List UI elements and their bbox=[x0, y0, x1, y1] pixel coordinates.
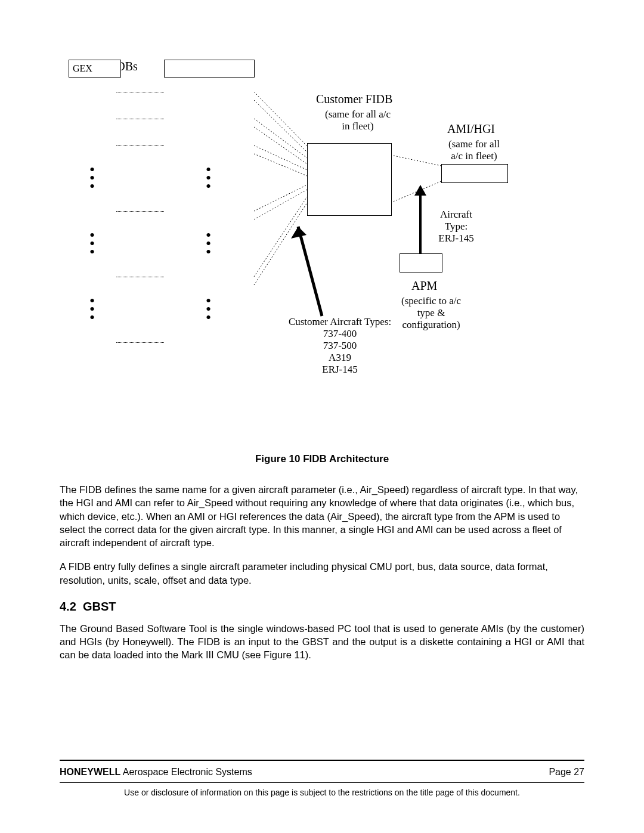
customer-fidb-title: Customer FIDB bbox=[316, 92, 392, 106]
svg-line-0 bbox=[254, 92, 307, 146]
page-number: Page 27 bbox=[549, 767, 584, 778]
page-footer: HONEYWELL Aerospace Electronic Systems P… bbox=[60, 760, 584, 797]
paragraph-3: The Ground Based Software Tool is the si… bbox=[60, 622, 584, 662]
svg-line-5 bbox=[254, 154, 307, 176]
svg-line-11 bbox=[391, 181, 441, 203]
svg-line-4 bbox=[254, 145, 307, 170]
ami-hgi-title: AMI/HGI bbox=[447, 122, 495, 136]
ami-hgi-sub: (same for all a/c in fleet) bbox=[441, 138, 507, 162]
svg-marker-16 bbox=[291, 227, 306, 239]
customer-fidb-sub: (same for all a/c in fleet) bbox=[322, 109, 394, 132]
aircraft-type-label: Aircraft Type: ERJ-145 bbox=[429, 209, 483, 244]
figure-caption: Figure 10 FIDB Architecture bbox=[60, 453, 584, 465]
ami-hgi-box bbox=[441, 164, 508, 183]
svg-line-6 bbox=[254, 185, 307, 211]
footer-brand: HONEYWELL Aerospace Electronic Systems bbox=[60, 767, 252, 778]
svg-line-3 bbox=[254, 127, 307, 164]
paragraph-2: A FIDB entry fully defines a single airc… bbox=[60, 560, 584, 587]
svg-line-8 bbox=[254, 197, 307, 277]
paragraph-1: The FIDB defines the same name for a giv… bbox=[60, 483, 584, 549]
apm-sub: (specific to a/c type & configuration) bbox=[392, 295, 470, 331]
fidb-architecture-diagram: Mini-FIDBs Master FIDB 737-300 737-400 7… bbox=[60, 60, 584, 429]
svg-line-1 bbox=[254, 100, 307, 152]
svg-line-2 bbox=[254, 119, 307, 158]
svg-line-10 bbox=[391, 155, 441, 166]
svg-line-7 bbox=[254, 190, 307, 219]
customer-aircraft-types: Customer Aircraft Types: 737-400 737-500… bbox=[280, 316, 400, 376]
section-heading: 4.2 GBST bbox=[60, 600, 584, 614]
apm-title: APM bbox=[411, 279, 437, 293]
svg-marker-18 bbox=[414, 185, 426, 196]
svg-line-15 bbox=[298, 227, 322, 316]
apm-box bbox=[400, 253, 442, 272]
footer-disclaimer: Use or disclosure of information on this… bbox=[60, 788, 584, 797]
customer-fidb-box bbox=[307, 143, 392, 216]
